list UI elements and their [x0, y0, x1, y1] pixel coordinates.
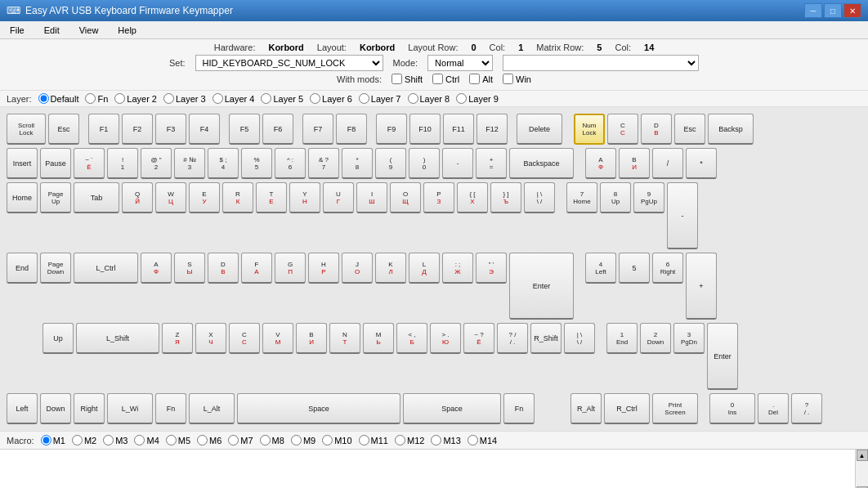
key-np-2-down[interactable]: 2Down — [640, 323, 671, 354]
key-9[interactable]: ( 9 — [375, 148, 406, 179]
key-print-screen[interactable]: PrintScreen — [652, 393, 698, 424]
mode-select[interactable]: Normal — [427, 55, 493, 71]
key-l-ctrl[interactable]: L_Ctrl — [74, 253, 138, 284]
macro-m3[interactable]: M3 — [103, 435, 128, 445]
key-4[interactable]: $ ;4 — [208, 148, 239, 179]
key-r-alt[interactable]: R_Alt — [570, 393, 602, 424]
minimize-button[interactable]: ─ — [804, 3, 822, 18]
key-f2[interactable]: F2 — [122, 114, 153, 145]
shift-checkbox[interactable]: Shift — [391, 74, 423, 84]
key-np-6-right[interactable]: 6Right — [652, 253, 683, 284]
key-right[interactable]: Right — [74, 393, 105, 424]
macro-m8[interactable]: M8 — [260, 435, 284, 445]
close-button[interactable]: ✕ — [843, 3, 861, 18]
key-f10[interactable]: F10 — [409, 114, 441, 145]
key-u[interactable]: UГ — [323, 182, 354, 213]
key-end[interactable]: End — [7, 253, 38, 284]
key-np-d-b[interactable]: DВ — [641, 114, 672, 145]
key-np-enter[interactable]: Enter — [707, 323, 738, 390]
key-y[interactable]: YН — [289, 182, 320, 213]
key-3[interactable]: # №3 — [174, 148, 205, 179]
key-f3[interactable]: F3 — [155, 114, 186, 145]
key-l-shift[interactable]: L_Shift — [76, 323, 159, 354]
key-m[interactable]: MЬ — [363, 323, 394, 354]
key-backslash[interactable]: | \\ / — [524, 182, 555, 213]
key-space-left[interactable]: Space — [237, 393, 400, 424]
key-p[interactable]: PЗ — [423, 182, 454, 213]
key-np-c-c[interactable]: CС — [607, 114, 638, 145]
macro-m11[interactable]: M11 — [359, 435, 388, 445]
macro-m4[interactable]: M4 — [134, 435, 159, 445]
key-j[interactable]: JО — [342, 253, 373, 284]
key-insert[interactable]: Insert — [7, 148, 38, 179]
key-page-down[interactable]: PageDown — [40, 253, 71, 284]
key-l-alt[interactable]: L_Alt — [189, 393, 235, 424]
key-enter[interactable]: Enter — [509, 253, 574, 320]
layer-6[interactable]: Layer 6 — [310, 93, 352, 104]
key-np-3-pgdn[interactable]: 3PgDn — [673, 323, 705, 354]
macro-m9[interactable]: M9 — [291, 435, 315, 445]
key-n[interactable]: NТ — [329, 323, 360, 354]
key-np-question[interactable]: ?/ . — [791, 393, 822, 424]
key-8[interactable]: * 8 — [342, 148, 373, 179]
menu-edit[interactable]: Edit — [41, 24, 63, 37]
key-minus[interactable]: - — [442, 148, 473, 179]
key-f5[interactable]: F5 — [229, 114, 260, 145]
key-w[interactable]: WЦ — [155, 182, 186, 213]
key-z[interactable]: ZЯ — [162, 323, 193, 354]
key-np-9-pgup[interactable]: 9PgUp — [633, 182, 664, 213]
key-slash[interactable]: ~ ?Ё — [463, 323, 494, 354]
key-comma[interactable]: < ,Б — [396, 323, 427, 354]
key-space-right[interactable]: Space — [403, 393, 501, 424]
key-np-8-up[interactable]: 8Up — [600, 182, 631, 213]
win-checkbox[interactable]: Win — [503, 74, 531, 84]
key-home[interactable]: Home — [7, 182, 38, 213]
macro-m10[interactable]: M10 — [322, 435, 351, 445]
key-f9[interactable]: F9 — [376, 114, 407, 145]
layer-4[interactable]: Layer 4 — [213, 93, 255, 104]
ctrl-checkbox[interactable]: Ctrl — [432, 74, 459, 84]
key-quote[interactable]: " 'Э — [476, 253, 507, 284]
macro-m5[interactable]: M5 — [166, 435, 190, 445]
key-scroll-lock[interactable]: ScrollLock — [7, 114, 46, 145]
key-r[interactable]: RК — [222, 182, 253, 213]
key-q[interactable]: QЙ — [122, 182, 153, 213]
key-tab[interactable]: Tab — [74, 182, 119, 213]
macro-m1[interactable]: M1 — [41, 435, 65, 445]
key-up[interactable]: Up — [43, 323, 74, 354]
alt-checkbox[interactable]: Alt — [469, 74, 493, 84]
key-np-0-ins[interactable]: 0Ins — [709, 393, 755, 424]
key-pause[interactable]: Pause — [40, 148, 71, 179]
key-f6[interactable]: F6 — [262, 114, 293, 145]
key-left[interactable]: Left — [7, 393, 38, 424]
key-f1[interactable]: F1 — [88, 114, 119, 145]
key-k[interactable]: KЛ — [375, 253, 406, 284]
menu-help[interactable]: Help — [114, 24, 140, 37]
key-np-4-left[interactable]: 4Left — [585, 253, 616, 284]
key-np-plus[interactable]: + — [686, 253, 717, 320]
key-5[interactable]: % 5 — [241, 148, 272, 179]
key-down[interactable]: Down — [40, 393, 71, 424]
key-d[interactable]: DВ — [208, 253, 239, 284]
key-f11[interactable]: F11 — [443, 114, 474, 145]
layer-3[interactable]: Layer 3 — [163, 93, 206, 104]
key-r-shift[interactable]: R_Shift — [530, 323, 562, 354]
key-a[interactable]: AФ — [141, 253, 172, 284]
key-6[interactable]: ^ :6 — [275, 148, 306, 179]
key-f[interactable]: FА — [241, 253, 272, 284]
key-period[interactable]: > .Ю — [430, 323, 461, 354]
key-question[interactable]: ? // . — [497, 323, 528, 354]
macro-m7[interactable]: M7 — [228, 435, 253, 445]
macro-m14[interactable]: M14 — [468, 435, 497, 445]
layer-fn[interactable]: Fn — [85, 93, 108, 104]
key-i[interactable]: IШ — [356, 182, 387, 213]
key-b[interactable]: BИ — [296, 323, 327, 354]
key-x[interactable]: XЧ — [195, 323, 226, 354]
key-rs-backslash[interactable]: | \\ / — [564, 323, 595, 354]
scrollbar[interactable]: ▲ ▼ — [855, 450, 868, 488]
key-g[interactable]: GП — [275, 253, 306, 284]
key-f8[interactable]: F8 — [336, 114, 367, 145]
key-7[interactable]: & ?7 — [308, 148, 339, 179]
macro-m12[interactable]: M12 — [395, 435, 424, 445]
key-l-win[interactable]: L_Wi — [107, 393, 153, 424]
